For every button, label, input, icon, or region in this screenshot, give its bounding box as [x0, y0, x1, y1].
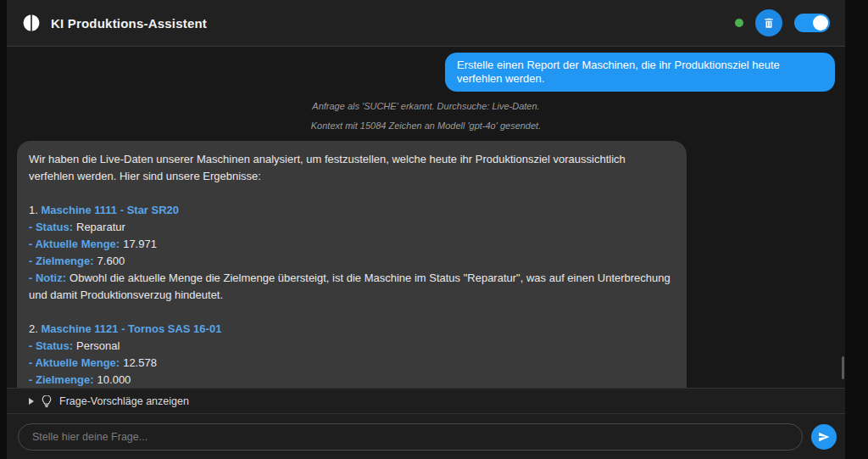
- field-label: - Status:: [29, 339, 73, 352]
- assistant-intro: Wir haben die Live-Daten unserer Maschin…: [29, 151, 673, 185]
- machine-field: - Zielmenge:10.000: [29, 372, 673, 388]
- system-status-line: Kontext mit 15084 Zeichen an Modell 'gpt…: [17, 120, 835, 131]
- send-button[interactable]: [811, 424, 837, 450]
- machine-field: - Status:Personal: [29, 338, 673, 355]
- machine-field: - Aktuelle Menge:12.578: [29, 355, 673, 372]
- user-message-bubble: Erstelle einen Report der Maschinen, die…: [445, 53, 835, 92]
- field-value: 12.578: [123, 356, 157, 369]
- chat-scrollbar-thumb[interactable]: [842, 356, 844, 379]
- toggle-knob: [813, 15, 828, 31]
- suggestions-toggle[interactable]: Frage-Vorschläge anzeigen: [7, 388, 845, 413]
- online-status-dot: [735, 19, 743, 27]
- machine-list: 1. Maschine 1111 - Star SR20 - Status:Re…: [29, 202, 673, 388]
- machine-name: Maschine 1111 - Star SR20: [41, 204, 179, 216]
- machine-field: - Notiz:Obwohl die aktuelle Menge die Zi…: [29, 270, 673, 304]
- brain-icon: [22, 14, 41, 32]
- composer-bar: [7, 413, 845, 459]
- machine-title: 1. Maschine 1111 - Star SR20: [29, 202, 673, 219]
- machine-entry: 2. Maschine 1121 - Tornos SAS 16-01 - St…: [29, 321, 673, 388]
- header: KI Produktions-Assistent: [7, 0, 845, 47]
- machine-field: - Aktuelle Menge:17.971: [29, 236, 673, 253]
- machine-entry: 1. Maschine 1111 - Star SR20 - Status:Re…: [29, 202, 673, 304]
- trash-icon: [763, 17, 775, 29]
- app-window: KI Produktions-Assistent Erstelle einen …: [7, 0, 845, 459]
- live-data-toggle[interactable]: [794, 14, 830, 32]
- field-value: Obwohl die aktuelle Menge die Zielmenge …: [29, 271, 670, 301]
- field-label: - Status:: [29, 221, 73, 233]
- machine-field: - Status:Reparatur: [29, 219, 673, 236]
- question-input[interactable]: [18, 423, 803, 451]
- system-status-line: Anfrage als 'SUCHE' erkannt. Durchsuche:…: [17, 101, 835, 111]
- field-value: 10.000: [97, 373, 131, 386]
- lightbulb-icon: [42, 395, 52, 407]
- field-label: - Aktuelle Menge:: [29, 238, 120, 250]
- machine-title: 2. Maschine 1121 - Tornos SAS 16-01: [29, 321, 673, 338]
- chat-area: Erstelle einen Report der Maschinen, die…: [7, 47, 845, 388]
- field-label: - Notiz:: [29, 271, 66, 284]
- field-label: - Aktuelle Menge:: [29, 356, 120, 369]
- field-label: - Zielmenge:: [29, 373, 94, 386]
- machine-name: Maschine 1121 - Tornos SAS 16-01: [41, 322, 221, 335]
- field-label: - Zielmenge:: [29, 255, 94, 267]
- field-value: 7.600: [97, 255, 125, 267]
- chevron-right-icon: [29, 398, 34, 405]
- header-actions: [735, 9, 830, 36]
- machine-field: - Zielmenge:7.600: [29, 253, 673, 270]
- field-value: Personal: [76, 339, 120, 352]
- page-title: KI Produktions-Assistent: [51, 16, 207, 31]
- field-value: Reparatur: [76, 221, 125, 233]
- suggestions-toggle-label: Frage-Vorschläge anzeigen: [59, 395, 189, 407]
- clear-chat-button[interactable]: [755, 9, 782, 36]
- paper-plane-icon: [818, 431, 830, 443]
- field-value: 17.971: [123, 238, 157, 250]
- assistant-message-bubble: Wir haben die Live-Daten unserer Maschin…: [17, 141, 687, 388]
